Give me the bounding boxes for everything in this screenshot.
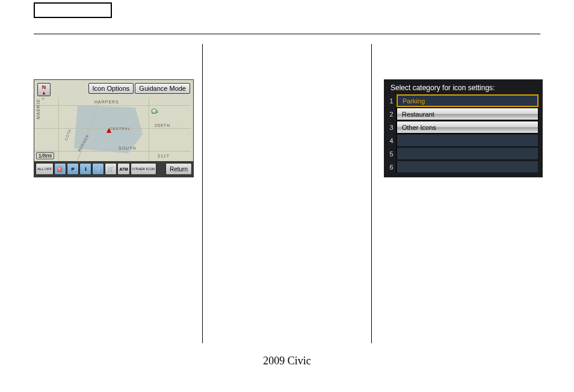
map-scale[interactable]: 1/8mi [36,152,54,159]
road-line [34,105,191,106]
map-top-buttons: Icon Options Guidance Mode [88,83,190,94]
column-2 [203,44,371,343]
vehicle-position-icon [106,128,111,133]
divider [34,34,540,34]
route-shield-icon: 213 [152,109,156,114]
street-label-211t: 211T [158,154,170,158]
header-box [34,2,112,18]
street-label-cota: COTA [64,128,72,141]
category-row-label [397,134,539,147]
street-label-209th: 209TH [155,123,170,127]
category-row-label [397,161,539,173]
street-label-central: CENTRAL [110,127,131,130]
return-button[interactable]: Return [165,163,192,175]
street-label-be: BE [42,98,45,99]
category-row-label: Restaurant [397,108,539,120]
road-line [149,98,149,162]
category-row-label: Parking [397,94,539,107]
content-columns: N Icon Options Guidance Mode HARPERS SOU… [34,44,540,343]
category-row-number: 2 [387,108,397,120]
shopping-icon[interactable]: 🛒 [105,163,117,175]
category-row: 5 [387,147,539,160]
category-row[interactable]: 2Restaurant [387,108,539,120]
compass-button[interactable]: N [37,83,51,96]
street-label-south: SOUTH [119,146,137,150]
guidance-mode-button[interactable]: Guidance Mode [135,83,190,94]
category-row-number: 1 [387,94,397,107]
road-line [58,98,59,162]
category-row: 4 [387,134,539,147]
nav-map-screenshot: N Icon Options Guidance Mode HARPERS SOU… [34,79,194,177]
gas-icon[interactable]: ⛽ [54,163,66,175]
category-row[interactable]: 3Other Icons [387,121,539,133]
icon-options-button[interactable]: Icon Options [88,83,134,94]
parking-icon[interactable]: P [67,163,79,175]
street-label-harpers: HARPERS [94,100,119,104]
category-row[interactable]: 1Parking [387,94,539,107]
category-row: 6 [387,161,539,173]
category-row-number: 5 [387,147,397,160]
category-row-number: 3 [387,121,397,133]
category-list-screenshot: Select category for icon settings: 1Park… [384,79,543,177]
category-header: Select category for icon settings: [390,84,539,92]
category-row-label [397,147,539,160]
category-row-number: 4 [387,134,397,147]
column-3: Select category for icon settings: 1Park… [372,44,540,343]
atm-icon[interactable]: ATM [117,163,130,175]
other-icon-button[interactable]: OTHER ICON [131,163,157,175]
info-icon[interactable]: ℹ [79,163,91,175]
footer-vehicle-label: 2009 Civic [0,355,574,367]
street-label-madrid: MADRID [36,99,40,119]
category-rows: 1Parking2Restaurant3Other Icons456 [387,94,539,173]
restaurant-icon[interactable]: 🍴 [92,163,104,175]
category-row-number: 6 [387,161,397,173]
street-label-border: BORDER [77,134,90,152]
map-canvas: HARPERS SOUTH CENTRAL MADRID BE COTA BOR… [34,98,193,162]
category-row-label: Other Icons [397,121,539,133]
map-toolbar: ALL OFF ⛽ P ℹ 🍴 🛒 ATM OTHER ICON Return [34,161,193,177]
column-1: N Icon Options Guidance Mode HARPERS SOU… [34,44,202,343]
all-off-button[interactable]: ALL OFF [35,163,54,175]
road-line [34,151,191,152]
